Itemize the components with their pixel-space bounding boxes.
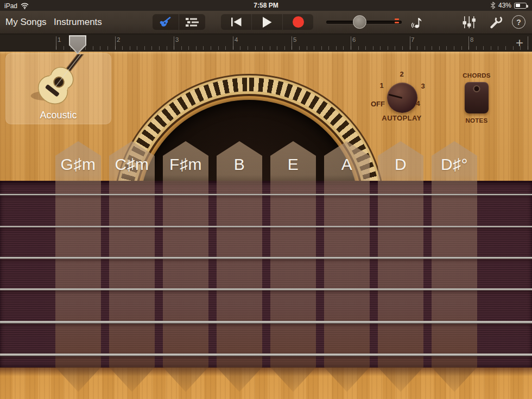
measure-number: 4 bbox=[235, 36, 238, 43]
measure-number: 1 bbox=[58, 36, 61, 43]
rewind-icon bbox=[231, 17, 242, 27]
guitar-string[interactable] bbox=[0, 321, 532, 324]
autoplay-position-1: 1 bbox=[379, 81, 383, 90]
guitar-string[interactable] bbox=[0, 194, 532, 195]
autoplay-position-2: 2 bbox=[400, 70, 403, 78]
chords-notes-switch[interactable] bbox=[465, 82, 489, 113]
status-bar: iPad 7:58 PM 43% bbox=[0, 0, 532, 11]
measure-number: 5 bbox=[293, 36, 296, 43]
guitar-string[interactable] bbox=[0, 226, 532, 227]
view-toggle bbox=[153, 14, 205, 30]
notes-label: NOTES bbox=[465, 117, 487, 124]
timeline-ruler[interactable]: 1 2 3 4 5 6 7 8 + bbox=[0, 34, 532, 52]
switch-indicator bbox=[473, 85, 480, 92]
battery-percent: 43% bbox=[498, 2, 511, 9]
chord-name: G♯m bbox=[61, 155, 96, 174]
autoplay-position-3: 3 bbox=[421, 82, 425, 90]
help-button[interactable]: ? bbox=[512, 15, 525, 29]
tracks-icon bbox=[186, 18, 199, 27]
instrument-view-button[interactable] bbox=[153, 14, 179, 30]
guitar-body: Acoustic 1 2 3 4 OFF AUTOPLAY CHORDS NOT… bbox=[0, 52, 532, 399]
measure-number: 3 bbox=[175, 36, 179, 43]
clock-time: 7:58 PM bbox=[0, 2, 532, 9]
my-songs-button[interactable]: My Songs bbox=[5, 17, 47, 28]
chord-name: A bbox=[341, 155, 353, 174]
chord-name: B bbox=[234, 155, 245, 174]
toolbar: My Songs Instruments bbox=[0, 11, 532, 34]
mixer-faders-icon bbox=[463, 16, 476, 29]
beat-tick-marks bbox=[56, 46, 532, 50]
instrument-volume-button[interactable] bbox=[410, 15, 424, 29]
transport-controls bbox=[221, 14, 313, 30]
autoplay-knob[interactable] bbox=[387, 83, 417, 113]
instruments-button[interactable]: Instruments bbox=[54, 17, 102, 28]
chord-name: D bbox=[395, 155, 407, 174]
measure-number: 8 bbox=[470, 36, 473, 43]
autoplay-title: AUTOPLAY bbox=[382, 114, 421, 122]
wrench-icon bbox=[489, 15, 503, 29]
acoustic-guitar-image bbox=[17, 54, 99, 113]
instrument-selector-card[interactable]: Acoustic bbox=[5, 53, 111, 124]
measure-number: 2 bbox=[117, 36, 120, 43]
question-mark-icon: ? bbox=[512, 15, 525, 29]
measure-number: 6 bbox=[352, 36, 356, 43]
instrument-name: Acoustic bbox=[5, 110, 111, 121]
battery-icon bbox=[514, 3, 527, 9]
chord-name: C♯m bbox=[115, 155, 149, 174]
autoplay-off-label: OFF bbox=[371, 100, 385, 108]
record-button[interactable] bbox=[282, 14, 313, 30]
guitar-string[interactable] bbox=[0, 353, 532, 356]
record-icon bbox=[293, 16, 304, 28]
chord-name: E bbox=[288, 155, 299, 174]
note-icon bbox=[410, 15, 424, 29]
tracks-view-button[interactable] bbox=[179, 14, 205, 30]
chords-label: CHORDS bbox=[463, 72, 491, 79]
chord-name: F♯m bbox=[169, 155, 202, 174]
guitar-string[interactable] bbox=[0, 288, 532, 290]
volume-slider-knob[interactable] bbox=[353, 15, 366, 29]
rewind-button[interactable] bbox=[221, 14, 251, 30]
playhead[interactable] bbox=[69, 35, 86, 54]
measure-number: 7 bbox=[411, 36, 414, 43]
guitar-icon bbox=[159, 17, 172, 28]
add-section-button[interactable]: + bbox=[511, 35, 528, 50]
chord-name: D♯° bbox=[441, 155, 468, 174]
play-button[interactable] bbox=[251, 14, 282, 30]
guitar-string[interactable] bbox=[0, 257, 532, 259]
volume-max-icon bbox=[395, 18, 399, 20]
knob-pointer bbox=[388, 93, 402, 98]
garageband-acoustic-guitar-screen: iPad 7:58 PM 43% My Songs Instruments bbox=[0, 0, 532, 399]
song-settings-button[interactable] bbox=[489, 15, 503, 29]
volume-max-icon bbox=[395, 22, 399, 23]
play-icon bbox=[262, 17, 272, 28]
bluetooth-icon bbox=[490, 2, 496, 9]
track-controls-button[interactable] bbox=[463, 16, 476, 29]
